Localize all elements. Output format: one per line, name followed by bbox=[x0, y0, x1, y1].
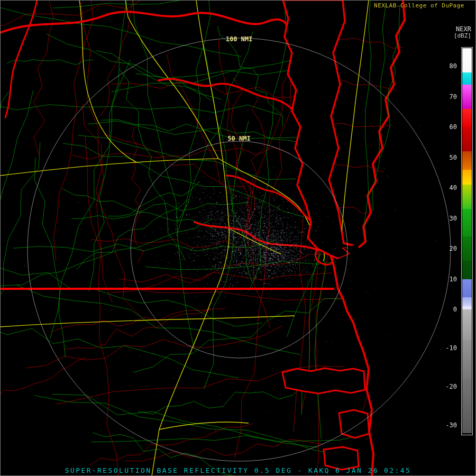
colorbar-tick: 80 bbox=[437, 62, 457, 70]
colorbar-units: [dBZ] bbox=[454, 32, 471, 39]
colorbar-segment bbox=[462, 85, 472, 109]
colorbar-segment bbox=[462, 48, 472, 72]
colorbar-segment bbox=[462, 127, 472, 151]
colorbar-tick: 0 bbox=[437, 306, 457, 313]
product-caption: SUPER-RESOLUTION BASE REFLECTIVITY 0.5 D… bbox=[0, 466, 476, 474]
colorbar-segment bbox=[462, 297, 472, 306]
colorbar-tick: -20 bbox=[437, 383, 457, 390]
colorbar-segment bbox=[462, 185, 472, 209]
colorbar-segment bbox=[462, 109, 472, 127]
colorbar-segment bbox=[462, 170, 472, 185]
colorbar-tick: -10 bbox=[437, 344, 457, 352]
reflectivity-echoes-layer bbox=[0, 0, 476, 476]
colorbar-segment bbox=[462, 151, 472, 170]
colorbar-title: NEXR bbox=[456, 25, 471, 33]
colorbar-tick: 20 bbox=[437, 245, 457, 252]
colorbar-segment bbox=[462, 261, 472, 279]
nexlab-brand: NEXLAB-College of DuPage bbox=[374, 2, 464, 9]
colorbar-segment bbox=[462, 236, 472, 261]
colorbar-tick: 40 bbox=[437, 184, 457, 191]
radar-display: 100 NMI 50 NMI NEXLAB-College of DuPage … bbox=[0, 0, 476, 476]
colorbar-tick: -30 bbox=[437, 422, 457, 429]
colorbar-segment bbox=[462, 209, 472, 236]
colorbar-tick: 50 bbox=[437, 154, 457, 161]
colorbar-tick: 30 bbox=[437, 215, 457, 222]
colorbar-segment bbox=[462, 340, 472, 379]
colorbar-tick: 60 bbox=[437, 123, 457, 131]
colorbar-segment bbox=[462, 72, 472, 85]
colorbar-segment bbox=[462, 309, 472, 340]
colorbar-tick: 10 bbox=[437, 276, 457, 283]
colorbar-segment bbox=[462, 279, 472, 298]
colorbar-tick: 70 bbox=[437, 93, 457, 100]
colorbar-segment bbox=[462, 379, 472, 433]
